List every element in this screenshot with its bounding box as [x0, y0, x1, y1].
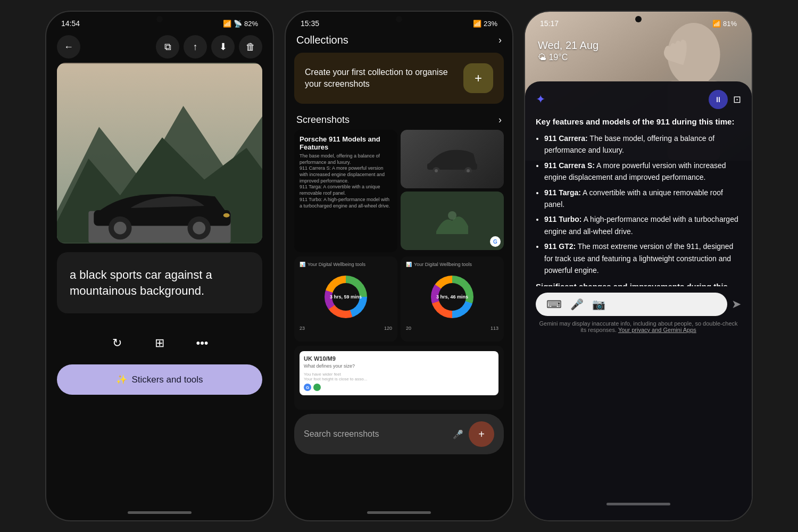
delete-button[interactable]: 🗑 — [239, 35, 262, 59]
phone3-content: 15:17 📶 81% Wed, 21 Aug 🌤 19°C ✦ ⏸ — [525, 12, 752, 520]
gemini-star-icon: ✦ — [536, 93, 545, 106]
maps-inner: UK W10/M9 What defines your size? You ha… — [300, 351, 498, 395]
maps-card[interactable]: UK W10/M9 What defines your size? You ha… — [294, 346, 504, 410]
more-action[interactable]: ••• — [189, 330, 215, 356]
search-bar: Search screenshots 🎤 + — [294, 414, 504, 454]
keyboard-input-icon[interactable]: ⌨ — [546, 298, 562, 311]
maps-label: UK W10/M9 — [304, 355, 494, 362]
time-phone3: 15:17 — [540, 19, 559, 28]
image-toolbar: ← ⧉ ↑ ⬇ 🗑 — [46, 31, 273, 63]
search-placeholder: Search screenshots — [304, 429, 447, 439]
signal-icon: 📡 — [234, 20, 242, 28]
wellbeing-card-1[interactable]: 📊Your Digital Wellbeing tools 3 hrs, 59 … — [294, 256, 397, 342]
wb-numbers-2: 20 113 — [406, 326, 498, 331]
camera-dot-3 — [635, 16, 642, 22]
back-button[interactable]: ← — [57, 35, 80, 59]
toolbar-right-actions: ⧉ ↑ ⬇ 🗑 — [156, 35, 262, 59]
phone-gemini: 15:17 📶 81% Wed, 21 Aug 🌤 19°C ✦ ⏸ — [524, 11, 753, 521]
donut-label-2: 3 hrs, 46 mins — [436, 294, 468, 300]
home-bar — [46, 399, 273, 520]
list-item: 911 Carrera: The base model, offering a … — [544, 132, 741, 156]
phone-collections: 15:35 📶 23% Collections › Create your fi… — [285, 11, 513, 521]
wb-title-1: 📊Your Digital Wellbeing tools — [300, 262, 392, 267]
caption-text: a black sports car against a mountainous… — [70, 267, 250, 298]
date-area: Wed, 21 Aug 🌤 19°C — [525, 31, 752, 71]
share-button[interactable]: ↑ — [184, 35, 207, 59]
time-phone1: 14:54 — [61, 19, 80, 28]
wb-numbers-1: 23 120 — [300, 326, 392, 331]
cards-action[interactable]: ⊞ — [147, 330, 172, 356]
gemini-response-text: Key features and models of the 911 durin… — [536, 115, 741, 286]
gemini-privacy-link[interactable]: Your privacy and Gemini Apps — [618, 327, 696, 333]
screenshots-title: Screenshots — [296, 114, 350, 126]
wellbeing-card-2[interactable]: 📊Your Digital Wellbeing tools 3 hrs, 46 … — [401, 256, 504, 342]
add-screenshot-button[interactable]: + — [469, 421, 494, 447]
home-bar-2 — [286, 459, 512, 520]
svg-point-10 — [223, 213, 230, 218]
copy-button[interactable]: ⧉ — [156, 35, 179, 59]
wifi-icon-3: 📶 — [712, 20, 721, 28]
wellbeing-grid: 📊Your Digital Wellbeing tools 3 hrs, 59 … — [294, 256, 504, 342]
screenshots-section-header: Screenshots › — [286, 110, 512, 130]
maps-sublabel: What defines your size? — [304, 363, 494, 369]
screenshots-chevron[interactable]: › — [498, 114, 502, 126]
search-mic-icon[interactable]: 🎤 — [453, 429, 463, 439]
gemini-input-row: ⌨ 🎤 📷 ➤ — [536, 293, 741, 316]
wifi-icon: 📶 — [223, 20, 231, 28]
screenshots-grid: Porsche 911 Models and Features The base… — [294, 130, 504, 252]
list-item: 911 GT2: The most extreme version of the… — [544, 240, 741, 276]
car-thumbnail[interactable] — [401, 130, 504, 188]
gemini-header: ✦ ⏸ ⊡ — [536, 90, 741, 109]
gemini-input-buttons: ⌨ 🎤 📷 — [536, 293, 727, 316]
porsche-bullet3: 911 Turbo: A high-performance model with… — [300, 197, 392, 209]
svg-point-14 — [435, 169, 438, 172]
google-badge: G — [490, 236, 501, 247]
gemini-controls: ⏸ ⊡ — [709, 90, 741, 109]
wifi-icon-2: 📶 — [473, 20, 481, 28]
action-icons-row: ↻ ⊞ ••• — [46, 322, 273, 360]
temp-display: 🌤 19°C — [538, 53, 739, 62]
status-icons-phone1: 📶 📡 82% — [223, 20, 258, 28]
camera-dot — [156, 16, 163, 22]
create-collection-text: Create your first collection to organise… — [305, 66, 463, 90]
wb-title-2: 📊Your Digital Wellbeing tools — [406, 262, 498, 267]
battery-phone3: 81% — [723, 20, 737, 28]
download-button[interactable]: ⬇ — [211, 35, 235, 59]
mic-input-icon[interactable]: 🎤 — [570, 298, 584, 311]
home-bar-3 — [536, 335, 741, 512]
inappropriate-thumbnail[interactable]: G — [401, 192, 504, 250]
create-collection-plus-button[interactable]: + — [463, 63, 493, 93]
camera-input-icon[interactable]: 📷 — [592, 298, 605, 311]
send-button[interactable]: ➤ — [732, 297, 741, 311]
donut-chart-1: 3 hrs, 59 mins — [325, 276, 367, 318]
status-icons-phone3: 📶 81% — [712, 20, 737, 28]
status-icons-phone2: 📶 23% — [473, 20, 497, 28]
porsche-title: Porsche 911 Models and Features — [300, 135, 392, 151]
refresh-action[interactable]: ↻ — [104, 330, 130, 356]
date-display: Wed, 21 Aug — [538, 39, 739, 52]
stickers-and-tools-button[interactable]: ✨ Stickers and tools — [57, 364, 262, 395]
wb-chart-1: 3 hrs, 59 mins — [300, 270, 392, 323]
time-phone2: 15:35 — [301, 19, 319, 28]
expand-button[interactable]: ⊡ — [733, 94, 741, 105]
pause-button[interactable]: ⏸ — [709, 90, 728, 109]
porsche-bullet2: 911 Targa: A convertible with a unique r… — [300, 184, 392, 196]
porsche-screenshot-card[interactable]: Porsche 911 Models and Features The base… — [294, 130, 397, 252]
svg-point-9 — [193, 222, 205, 235]
battery-phone2: 23% — [484, 20, 497, 28]
collections-title: Collections — [296, 34, 348, 46]
collections-chevron[interactable]: › — [498, 35, 502, 46]
gemini-disclaimer: Gemini may display inaccurate info, incl… — [536, 320, 741, 333]
caption-box: a black sports car against a mountainous… — [57, 252, 262, 313]
gemini-sub-heading: Significant changes and improvements dur… — [536, 280, 741, 286]
home-indicator — [128, 511, 192, 514]
list-item: 911 Turbo: A high-performance model with… — [544, 213, 741, 237]
phone-screenshot-viewer: 14:54 📶 📡 82% ← ⧉ ↑ ⬇ — [45, 11, 274, 521]
create-collection-card: Create your first collection to organise… — [294, 53, 504, 104]
battery-phone1: 82% — [244, 20, 258, 28]
gemini-panel: ✦ ⏸ ⊡ Key features and models of the 911… — [525, 81, 752, 520]
wb-chart-2: 3 hrs, 46 mins — [406, 270, 498, 323]
svg-point-15 — [467, 169, 470, 172]
car-image — [57, 63, 262, 244]
collections-header: Collections › — [286, 31, 512, 51]
